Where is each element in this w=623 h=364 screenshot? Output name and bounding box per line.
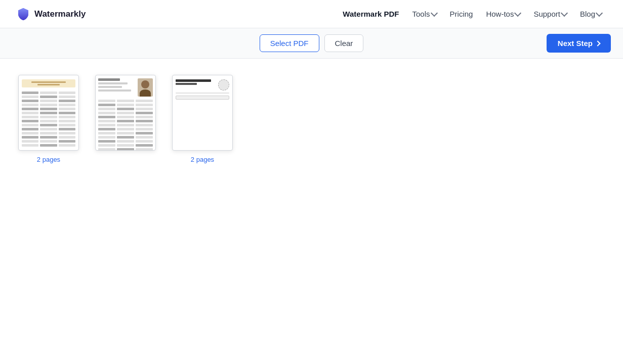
nav-tools[interactable]: Tools (407, 7, 442, 21)
select-pdf-button[interactable]: Select PDF (260, 34, 319, 52)
support-chevron-icon (561, 10, 568, 17)
pdf-card-doc3[interactable]: 2 pages (172, 75, 233, 163)
doc2-photo-thumbnail (138, 78, 153, 97)
pdf-thumbnail-doc3 (172, 75, 233, 151)
clear-button[interactable]: Clear (324, 34, 364, 52)
how-tos-chevron-icon (514, 10, 521, 17)
pdf-thumbnail-doc2 (95, 75, 156, 151)
doc3-pages-label: 2 pages (191, 156, 214, 163)
logo[interactable]: Watermarkly (16, 7, 86, 21)
next-step-button[interactable]: Next Step (547, 34, 611, 53)
logo-shield-icon (16, 7, 30, 21)
tools-chevron-icon (430, 10, 437, 17)
doc1-pages-label: 2 pages (37, 156, 60, 163)
pdf-thumbnail-doc1 (18, 75, 79, 151)
pdf-card-doc2[interactable] (95, 75, 156, 151)
document-grid: 2 pages (0, 59, 623, 179)
logo-text: Watermarkly (34, 9, 86, 19)
doc3-checklist-icon (218, 79, 229, 90)
nav-pricing[interactable]: Pricing (445, 7, 478, 21)
nav-how-tos[interactable]: How-tos (481, 7, 525, 21)
nav-watermark-pdf[interactable]: Watermark PDF (338, 7, 404, 21)
pdf-card-doc1[interactable]: 2 pages (18, 75, 79, 163)
toolbar-center-buttons: Select PDF Clear (260, 34, 364, 52)
blog-chevron-icon (596, 10, 603, 17)
nav-support[interactable]: Support (528, 7, 572, 21)
next-step-arrow-icon (595, 40, 600, 46)
toolbar: Select PDF Clear Next Step (0, 28, 623, 59)
nav-blog[interactable]: Blog (575, 7, 607, 21)
main-nav: Watermark PDF Tools Pricing How-tos Supp… (338, 7, 607, 21)
app-header: Watermarkly Watermark PDF Tools Pricing … (0, 0, 623, 28)
